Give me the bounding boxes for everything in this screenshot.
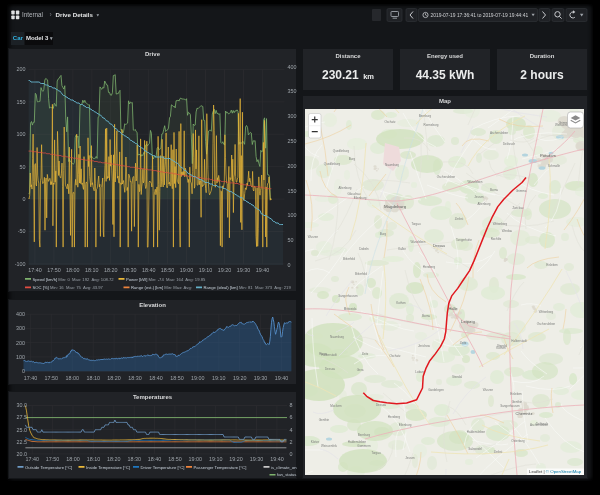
svg-text:200: 200: [16, 340, 25, 346]
svg-text:Range (ideal) [km] Min: 81 Ma: Range (ideal) [km] Min: 81 Max: 373 Avg:…: [204, 285, 292, 290]
svg-text:6: 6: [290, 414, 293, 420]
svg-text:is_climate_on: is_climate_on: [271, 464, 297, 469]
svg-text:Speed [km/h] Min: 0 Max: 192: Speed [km/h] Min: 0 Max: 192 Avg: 108.72: [33, 277, 115, 282]
svg-text:2: 2: [290, 438, 293, 444]
svg-text:400: 400: [16, 311, 25, 317]
svg-text:fan_status: fan_status: [277, 472, 296, 477]
svg-text:18:40: 18:40: [148, 456, 162, 462]
svg-text:Outside Temperature [°C]: Outside Temperature [°C]: [25, 464, 72, 469]
svg-text:Drive Details: Drive Details: [56, 11, 94, 18]
svg-text:19:30: 19:30: [250, 456, 264, 462]
svg-text:›: ›: [50, 11, 52, 18]
svg-text:Leaflet | © OpenStreetMap: Leaflet | © OpenStreetMap: [529, 469, 582, 474]
svg-text:Power [kW] Min: -74 Max: 164: Power [kW] Min: -74 Max: 164 Avg: 19.85: [126, 277, 206, 282]
svg-text:Range (est.) [km] Min: Max: Av: Range (est.) [km] Min: Max: Avg:: [131, 285, 192, 290]
svg-text:25.0: 25.0: [17, 426, 28, 432]
svg-text:18:00: 18:00: [66, 375, 80, 381]
svg-text:2019-07-19 17:36:41 to 2019-07: 2019-07-19 17:36:41 to 2019-07-19 19:44:…: [431, 13, 529, 18]
svg-text:18:30: 18:30: [128, 375, 142, 381]
svg-text:30.0: 30.0: [17, 402, 28, 408]
svg-text:Driver Temperature [°C]: Driver Temperature [°C]: [141, 464, 185, 469]
svg-text:27.5: 27.5: [17, 414, 28, 420]
svg-text:Inside Temperature [°C]: Inside Temperature [°C]: [86, 464, 130, 469]
svg-text:4: 4: [290, 426, 293, 432]
svg-text:18:00: 18:00: [66, 456, 80, 462]
svg-text:19:40: 19:40: [270, 456, 284, 462]
svg-text:18:30: 18:30: [127, 456, 141, 462]
svg-text:17:40: 17:40: [25, 456, 39, 462]
svg-text:18:20: 18:20: [107, 375, 121, 381]
svg-text:19:00: 19:00: [189, 456, 203, 462]
svg-text:19:20: 19:20: [233, 375, 247, 381]
svg-text:22.5: 22.5: [17, 438, 28, 444]
svg-text:0: 0: [22, 368, 25, 374]
svg-text:18:10: 18:10: [86, 375, 100, 381]
svg-text:18:50: 18:50: [168, 456, 182, 462]
svg-text:19:00: 19:00: [191, 375, 205, 381]
svg-text:8: 8: [290, 402, 293, 408]
svg-text:19:10: 19:10: [209, 456, 223, 462]
svg-text:Passenger Temperature [°C]: Passenger Temperature [°C]: [194, 464, 247, 469]
svg-text:0: 0: [290, 450, 293, 456]
svg-text:18:40: 18:40: [149, 375, 163, 381]
svg-text:Internal: Internal: [22, 11, 43, 18]
svg-text:19:30: 19:30: [254, 375, 268, 381]
svg-text:18:50: 18:50: [170, 375, 184, 381]
svg-text:100: 100: [16, 354, 25, 360]
svg-text:18:10: 18:10: [87, 456, 101, 462]
svg-text:18:20: 18:20: [107, 456, 121, 462]
svg-text:17:50: 17:50: [46, 456, 60, 462]
svg-text:17:50: 17:50: [45, 375, 59, 381]
svg-text:SOC [%] Min: 16 Max: 75 Avg:: SOC [%] Min: 16 Max: 75 Avg: 43.97: [33, 285, 104, 290]
svg-text:19:40: 19:40: [275, 375, 289, 381]
svg-text:300: 300: [16, 325, 25, 331]
svg-text:17:40: 17:40: [24, 375, 38, 381]
svg-text:19:20: 19:20: [229, 456, 243, 462]
svg-text:19:10: 19:10: [212, 375, 226, 381]
